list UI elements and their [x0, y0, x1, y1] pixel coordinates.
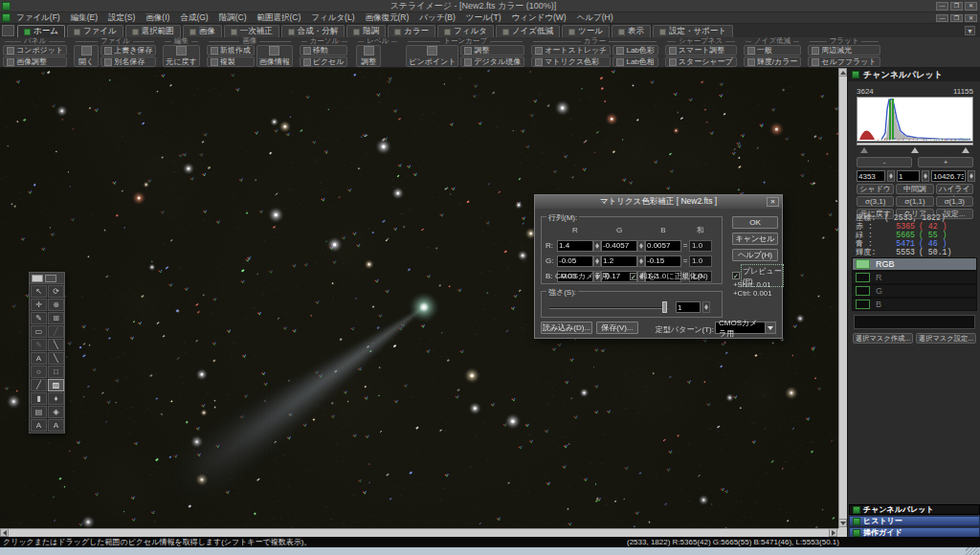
- channel-checkbox[interactable]: [856, 273, 870, 282]
- channel-row-G[interactable]: G: [852, 284, 977, 298]
- matrix-rg-spinner[interactable]: [637, 240, 645, 252]
- tool-gradient[interactable]: ▤: [31, 406, 47, 418]
- tab-2[interactable]: 選択範囲: [125, 25, 181, 37]
- histogram-chart[interactable]: [857, 97, 973, 142]
- shadow-spinner[interactable]: [887, 170, 895, 182]
- midtone-spinner[interactable]: [922, 170, 929, 182]
- matrix-gg-spinner[interactable]: [637, 255, 645, 267]
- cursor-move-button[interactable]: 移動: [300, 45, 348, 56]
- level-adjust-button[interactable]: 調整: [356, 45, 381, 67]
- duplicate-button[interactable]: 複製: [207, 56, 255, 67]
- save-as-button[interactable]: 別名保存: [100, 56, 156, 67]
- matrix-rr-field[interactable]: [557, 240, 593, 252]
- minimize-button[interactable]: —: [936, 2, 948, 11]
- tone-adjust-button[interactable]: 調整: [460, 45, 524, 56]
- vignetting-button[interactable]: 周辺減光: [808, 45, 880, 56]
- scroll-left-icon[interactable]: [0, 528, 9, 537]
- level-button-1[interactable]: 中間調: [896, 184, 933, 194]
- highlight-spinner[interactable]: [968, 170, 975, 182]
- range-minus-button[interactable]: -: [857, 157, 912, 167]
- doc-minimize-button[interactable]: —: [936, 14, 948, 22]
- highlight-value-field[interactable]: [931, 170, 966, 182]
- tab-9[interactable]: ノイズ低減: [496, 25, 560, 37]
- channel-row-R[interactable]: R: [852, 271, 977, 284]
- shadow-slider-handle[interactable]: [860, 147, 868, 153]
- channel-checkbox[interactable]: [856, 259, 870, 269]
- close-button[interactable]: ✕: [965, 2, 977, 11]
- tool-rotate[interactable]: ⟳: [48, 285, 64, 298]
- digital-development-button[interactable]: デジタル現像: [460, 56, 524, 67]
- tool-line-b[interactable]: ╲: [48, 339, 64, 351]
- menu-item-0[interactable]: ファイル(F): [16, 12, 60, 24]
- ok-button[interactable]: OK: [732, 216, 778, 229]
- docked-tab-1[interactable]: ヒストリー: [849, 516, 980, 526]
- tool-line-c[interactable]: ╲: [48, 352, 64, 365]
- docked-tab-0[interactable]: チャンネルパレット: [849, 504, 980, 515]
- strength-spinner[interactable]: [702, 301, 710, 313]
- new-image-button[interactable]: 新規作成: [207, 45, 255, 56]
- matrix-gb-field[interactable]: [645, 255, 681, 267]
- channel-checkbox[interactable]: [856, 286, 870, 296]
- midtone-value-field[interactable]: [897, 170, 920, 182]
- matrix-gr-spinner[interactable]: [593, 255, 601, 267]
- vertical-scrollbar[interactable]: [838, 68, 847, 528]
- tool-stamp[interactable]: ♦: [48, 392, 64, 405]
- ribbon-app-icon[interactable]: [2, 25, 14, 36]
- star-sharp-button[interactable]: スターシャープ: [665, 56, 737, 67]
- pin-toolbar-icon[interactable]: ▼: [965, 26, 975, 35]
- menu-item-1[interactable]: 編集(E): [71, 12, 98, 24]
- save-button[interactable]: 保存(V)...: [596, 322, 638, 334]
- toolbox-swatch-light[interactable]: [32, 275, 43, 282]
- doc-close-button[interactable]: ✕: [965, 14, 977, 22]
- load-button[interactable]: 読み込み(D)...: [541, 322, 592, 334]
- tool-line-d[interactable]: ╱: [31, 379, 47, 391]
- range-plus-button[interactable]: +: [918, 157, 973, 167]
- tone-pinpoint-button[interactable]: ピンポイント: [406, 45, 458, 67]
- tool-text-c[interactable]: A: [48, 419, 64, 432]
- image-adjust-button[interactable]: 画像調整: [3, 56, 67, 67]
- tool-palette-header[interactable]: [30, 273, 64, 284]
- sigma-button-1[interactable]: σ(1,1): [896, 196, 933, 207]
- channel-checkbox[interactable]: [856, 300, 870, 309]
- tool-zoom[interactable]: ⊕: [48, 299, 64, 311]
- tool-pencil[interactable]: ✎: [31, 339, 47, 351]
- horizontal-scrollbar[interactable]: [0, 528, 838, 537]
- scroll-right-icon[interactable]: [829, 528, 837, 537]
- save-overwrite-button[interactable]: 上書き保存: [100, 45, 156, 56]
- open-button[interactable]: 開く: [74, 45, 99, 67]
- tool-text-a[interactable]: A: [31, 352, 47, 365]
- level-button-2[interactable]: ハイライト: [936, 184, 973, 194]
- normalize-checkbox[interactable]: ✓ 和を1.0に正規化(N): [630, 271, 708, 281]
- matrix-rb-field[interactable]: [645, 240, 681, 252]
- noise-luminance-color-button[interactable]: 輝度/カラー: [744, 56, 802, 67]
- dialog-title-bar[interactable]: マトリクス色彩補正 [ New2.fts ] ✕: [535, 195, 782, 209]
- tool-pan[interactable]: ✛: [31, 299, 47, 311]
- docked-tab-2[interactable]: 操作ガイド: [849, 527, 980, 537]
- midtone-slider-handle[interactable]: [911, 147, 919, 153]
- tab-7[interactable]: カラー: [388, 25, 435, 37]
- channel-row-RGB[interactable]: RGB: [852, 257, 977, 271]
- create-selection-mask-button[interactable]: 選択マスク作成...: [853, 333, 913, 344]
- undo-button[interactable]: 元に戻す: [163, 45, 199, 67]
- tool-column[interactable]: ▮: [31, 392, 47, 405]
- noise-general-button[interactable]: 一般: [744, 45, 802, 56]
- menu-item-8[interactable]: 画像復元(R): [365, 12, 409, 24]
- menu-item-12[interactable]: ヘルプ(H): [577, 12, 613, 24]
- image-info-button[interactable]: 画像情報: [256, 45, 293, 67]
- restore-button[interactable]: ❐: [950, 2, 963, 11]
- matrix-gg-field[interactable]: [601, 255, 637, 267]
- auto-stretch-button[interactable]: オートストレッチ: [531, 45, 611, 56]
- self-flat-button[interactable]: セルフフラット: [808, 56, 880, 67]
- tool-select[interactable]: ↖: [31, 285, 47, 298]
- tab-11[interactable]: 表示: [612, 25, 651, 37]
- selection-mask-settings-button[interactable]: 選択マスク設定...: [916, 333, 976, 344]
- tool-zoom-rect[interactable]: ⊞: [48, 312, 64, 324]
- strength-slider[interactable]: [549, 307, 668, 309]
- smart-sharpen-button[interactable]: スマート調整: [665, 45, 737, 56]
- tool-brush[interactable]: ✎: [31, 312, 47, 324]
- tool-text-b[interactable]: A: [31, 419, 47, 432]
- help-button[interactable]: ヘルプ(H): [732, 249, 778, 261]
- menu-item-3[interactable]: 画像(I): [145, 12, 169, 24]
- cursor-pixel-button[interactable]: ピクセル: [300, 56, 348, 67]
- menu-item-4[interactable]: 合成(G): [180, 12, 208, 24]
